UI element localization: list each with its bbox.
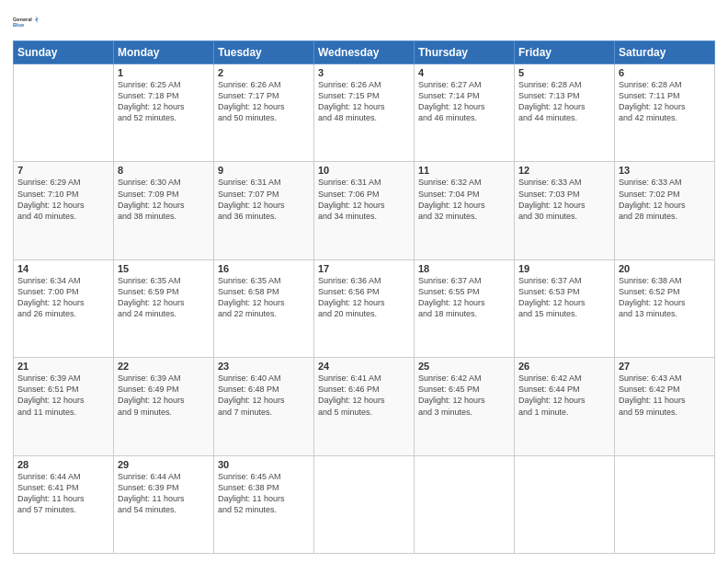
day-number: 6	[619, 67, 711, 78]
calendar-cell: 15Sunrise: 6:35 AM Sunset: 6:59 PM Dayli…	[114, 259, 214, 357]
cell-info: Sunrise: 6:34 AM Sunset: 7:00 PM Dayligh…	[17, 275, 109, 320]
calendar-cell	[615, 455, 715, 553]
cell-info: Sunrise: 6:41 AM Sunset: 6:46 PM Dayligh…	[318, 373, 410, 418]
calendar-cell: 19Sunrise: 6:37 AM Sunset: 6:53 PM Dayli…	[515, 259, 615, 357]
calendar-cell: 29Sunrise: 6:44 AM Sunset: 6:39 PM Dayli…	[114, 455, 214, 553]
calendar-cell: 26Sunrise: 6:42 AM Sunset: 6:44 PM Dayli…	[515, 358, 615, 455]
cell-info: Sunrise: 6:29 AM Sunset: 7:10 PM Dayligh…	[17, 177, 109, 222]
cell-info: Sunrise: 6:35 AM Sunset: 6:59 PM Dayligh…	[118, 275, 210, 320]
cell-info: Sunrise: 6:32 AM Sunset: 7:04 PM Dayligh…	[418, 177, 510, 222]
calendar-cell	[314, 455, 415, 553]
cell-info: Sunrise: 6:33 AM Sunset: 7:03 PM Dayligh…	[518, 177, 610, 222]
day-number: 4	[418, 67, 510, 78]
cell-info: Sunrise: 6:40 AM Sunset: 6:48 PM Dayligh…	[218, 373, 310, 418]
day-number: 29	[118, 459, 210, 470]
weekday-header: Friday	[515, 41, 615, 64]
day-number: 14	[17, 263, 109, 274]
calendar-cell: 2Sunrise: 6:26 AM Sunset: 7:17 PM Daylig…	[214, 64, 314, 162]
weekday-header: Sunday	[14, 41, 114, 64]
day-number: 25	[418, 361, 510, 372]
calendar-cell: 13Sunrise: 6:33 AM Sunset: 7:02 PM Dayli…	[615, 162, 715, 259]
cell-info: Sunrise: 6:37 AM Sunset: 6:53 PM Dayligh…	[518, 275, 610, 320]
cell-info: Sunrise: 6:26 AM Sunset: 7:15 PM Dayligh…	[318, 79, 410, 124]
cell-info: Sunrise: 6:44 AM Sunset: 6:41 PM Dayligh…	[17, 471, 109, 516]
calendar-week-row: 21Sunrise: 6:39 AM Sunset: 6:51 PM Dayli…	[14, 358, 715, 455]
calendar-week-row: 1Sunrise: 6:25 AM Sunset: 7:18 PM Daylig…	[14, 64, 715, 162]
calendar-cell: 12Sunrise: 6:33 AM Sunset: 7:03 PM Dayli…	[515, 162, 615, 259]
cell-info: Sunrise: 6:39 AM Sunset: 6:51 PM Dayligh…	[17, 373, 109, 418]
calendar-cell: 6Sunrise: 6:28 AM Sunset: 7:11 PM Daylig…	[615, 64, 715, 162]
svg-marker-2	[35, 17, 39, 23]
calendar-cell: 7Sunrise: 6:29 AM Sunset: 7:10 PM Daylig…	[14, 162, 114, 259]
calendar-cell: 30Sunrise: 6:45 AM Sunset: 6:38 PM Dayli…	[214, 455, 314, 553]
day-number: 8	[118, 165, 210, 176]
calendar-cell: 5Sunrise: 6:28 AM Sunset: 7:13 PM Daylig…	[515, 64, 615, 162]
day-number: 30	[218, 459, 310, 470]
calendar-week-row: 14Sunrise: 6:34 AM Sunset: 7:00 PM Dayli…	[14, 259, 715, 357]
weekday-header: Monday	[114, 41, 214, 64]
cell-info: Sunrise: 6:45 AM Sunset: 6:38 PM Dayligh…	[218, 471, 310, 516]
cell-info: Sunrise: 6:44 AM Sunset: 6:39 PM Dayligh…	[118, 471, 210, 516]
cell-info: Sunrise: 6:38 AM Sunset: 6:52 PM Dayligh…	[619, 275, 711, 320]
calendar-cell: 3Sunrise: 6:26 AM Sunset: 7:15 PM Daylig…	[314, 64, 415, 162]
cell-info: Sunrise: 6:37 AM Sunset: 6:55 PM Dayligh…	[418, 275, 510, 320]
day-number: 19	[518, 263, 610, 274]
svg-text:General: General	[13, 17, 32, 22]
day-number: 27	[619, 361, 711, 372]
calendar-cell: 20Sunrise: 6:38 AM Sunset: 6:52 PM Dayli…	[615, 259, 715, 357]
day-number: 13	[619, 165, 711, 176]
calendar-cell: 24Sunrise: 6:41 AM Sunset: 6:46 PM Dayli…	[314, 358, 415, 455]
calendar-cell: 16Sunrise: 6:35 AM Sunset: 6:58 PM Dayli…	[214, 259, 314, 357]
weekday-header: Wednesday	[314, 41, 415, 64]
calendar-cell: 4Sunrise: 6:27 AM Sunset: 7:14 PM Daylig…	[415, 64, 515, 162]
day-number: 5	[518, 67, 610, 78]
cell-info: Sunrise: 6:36 AM Sunset: 6:56 PM Dayligh…	[318, 275, 410, 320]
calendar-cell: 21Sunrise: 6:39 AM Sunset: 6:51 PM Dayli…	[14, 358, 114, 455]
cell-info: Sunrise: 6:42 AM Sunset: 6:45 PM Dayligh…	[418, 373, 510, 418]
svg-text:Blue: Blue	[13, 22, 24, 28]
calendar-cell: 28Sunrise: 6:44 AM Sunset: 6:41 PM Dayli…	[14, 455, 114, 553]
day-number: 3	[318, 67, 410, 78]
day-number: 1	[118, 67, 210, 78]
day-number: 20	[619, 263, 711, 274]
cell-info: Sunrise: 6:35 AM Sunset: 6:58 PM Dayligh…	[218, 275, 310, 320]
calendar-cell: 23Sunrise: 6:40 AM Sunset: 6:48 PM Dayli…	[214, 358, 314, 455]
weekday-header: Tuesday	[214, 41, 314, 64]
weekday-header: Saturday	[615, 41, 715, 64]
day-number: 28	[17, 459, 109, 470]
cell-info: Sunrise: 6:31 AM Sunset: 7:06 PM Dayligh…	[318, 177, 410, 222]
calendar-cell	[515, 455, 615, 553]
calendar-cell: 10Sunrise: 6:31 AM Sunset: 7:06 PM Dayli…	[314, 162, 415, 259]
calendar-cell: 11Sunrise: 6:32 AM Sunset: 7:04 PM Dayli…	[415, 162, 515, 259]
cell-info: Sunrise: 6:27 AM Sunset: 7:14 PM Dayligh…	[418, 79, 510, 124]
calendar-header-row: SundayMondayTuesdayWednesdayThursdayFrid…	[14, 41, 715, 64]
day-number: 17	[318, 263, 410, 274]
weekday-header: Thursday	[415, 41, 515, 64]
cell-info: Sunrise: 6:43 AM Sunset: 6:42 PM Dayligh…	[619, 373, 711, 418]
logo-icon: General Blue	[13, 9, 39, 35]
calendar-week-row: 28Sunrise: 6:44 AM Sunset: 6:41 PM Dayli…	[14, 455, 715, 553]
day-number: 12	[518, 165, 610, 176]
day-number: 18	[418, 263, 510, 274]
day-number: 22	[118, 361, 210, 372]
day-number: 16	[218, 263, 310, 274]
cell-info: Sunrise: 6:33 AM Sunset: 7:02 PM Dayligh…	[619, 177, 711, 222]
calendar-table: SundayMondayTuesdayWednesdayThursdayFrid…	[13, 40, 715, 554]
calendar-cell: 8Sunrise: 6:30 AM Sunset: 7:09 PM Daylig…	[114, 162, 214, 259]
day-number: 15	[118, 263, 210, 274]
day-number: 24	[318, 361, 410, 372]
logo: General Blue	[13, 9, 42, 35]
calendar-cell: 9Sunrise: 6:31 AM Sunset: 7:07 PM Daylig…	[214, 162, 314, 259]
calendar-cell: 25Sunrise: 6:42 AM Sunset: 6:45 PM Dayli…	[415, 358, 515, 455]
calendar-cell: 1Sunrise: 6:25 AM Sunset: 7:18 PM Daylig…	[114, 64, 214, 162]
calendar-cell: 22Sunrise: 6:39 AM Sunset: 6:49 PM Dayli…	[114, 358, 214, 455]
cell-info: Sunrise: 6:28 AM Sunset: 7:13 PM Dayligh…	[518, 79, 610, 124]
calendar-cell	[14, 64, 114, 162]
day-number: 21	[17, 361, 109, 372]
day-number: 10	[318, 165, 410, 176]
calendar-cell	[415, 455, 515, 553]
cell-info: Sunrise: 6:42 AM Sunset: 6:44 PM Dayligh…	[518, 373, 610, 418]
day-number: 2	[218, 67, 310, 78]
day-number: 9	[218, 165, 310, 176]
calendar-cell: 18Sunrise: 6:37 AM Sunset: 6:55 PM Dayli…	[415, 259, 515, 357]
